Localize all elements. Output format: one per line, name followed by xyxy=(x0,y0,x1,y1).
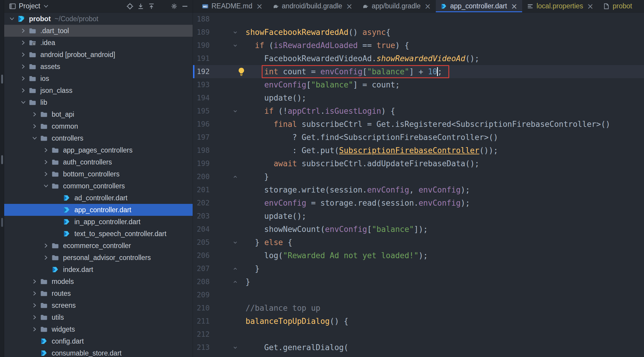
tree-row-bot-api[interactable]: bot_api xyxy=(4,108,193,120)
tree-row-consumable-store-dart[interactable]: consumable_store.dart xyxy=(4,347,193,357)
code-line-207[interactable]: 207 } xyxy=(193,262,644,275)
settings-button[interactable] xyxy=(169,1,180,11)
close-icon[interactable]: × xyxy=(346,2,353,10)
project-view-selector[interactable]: Project xyxy=(7,1,51,11)
tree-row-common[interactable]: common xyxy=(4,120,193,132)
tree-row-dart-tool[interactable]: .dart_tool xyxy=(4,25,193,37)
chevron-right-icon[interactable] xyxy=(41,253,51,262)
tab-local-properties[interactable]: local.properties× xyxy=(522,0,598,12)
collapse-all-button[interactable] xyxy=(146,1,157,11)
close-icon[interactable]: × xyxy=(424,2,431,10)
code-line-206[interactable]: 206 log("Rewarded Ad not yet loaded!"); xyxy=(193,249,644,262)
chevron-down-icon[interactable] xyxy=(30,134,39,142)
tree-row-config-dart[interactable]: config.dart xyxy=(4,335,193,347)
tree-row-personal-advisor-controllers[interactable]: personal_advisor_controllers xyxy=(4,252,193,264)
tree-row-routes[interactable]: routes xyxy=(4,287,193,299)
close-icon[interactable]: × xyxy=(256,2,263,10)
code-line-205[interactable]: 205 } else { xyxy=(193,236,644,249)
tool-window-stripe-mark[interactable] xyxy=(1,155,3,164)
tree-row-ad-controller-dart[interactable]: ad_controller.dart xyxy=(4,192,193,204)
chevron-right-icon[interactable] xyxy=(19,27,28,35)
chevron-right-icon[interactable] xyxy=(30,277,39,286)
code-line-197[interactable]: 197 ? Get.find<SubscriptionFirebaseContr… xyxy=(193,131,644,144)
expand-all-button[interactable] xyxy=(135,1,146,11)
editor[interactable]: 188189showFacebookRewardedAd() async{190… xyxy=(193,13,644,357)
chevron-right-icon[interactable] xyxy=(30,289,39,298)
code-line-194[interactable]: 194 update(); xyxy=(193,91,644,104)
fold-expanded-icon[interactable] xyxy=(231,26,240,39)
fold-expanded-icon[interactable] xyxy=(231,341,240,354)
close-icon[interactable]: × xyxy=(511,2,517,10)
code-line-201[interactable]: 201 storage.write(session.envConfig, env… xyxy=(193,183,644,196)
chevron-right-icon[interactable] xyxy=(41,241,51,250)
code-line-200[interactable]: 200 } xyxy=(193,170,644,183)
tree-row-text-to-speech-controller-dart[interactable]: text_to_speech_controller.dart xyxy=(4,228,193,240)
fold-expanded-icon[interactable] xyxy=(231,104,240,118)
chevron-right-icon[interactable] xyxy=(41,146,51,154)
intention-bulb-icon[interactable] xyxy=(237,67,246,76)
chevron-right-icon[interactable] xyxy=(30,110,39,119)
chevron-down-icon[interactable] xyxy=(7,15,17,23)
tree-row-utils[interactable]: utils xyxy=(4,311,193,323)
tree-row-idea[interactable]: .idea xyxy=(4,37,193,49)
code-line-211[interactable]: 211balanceTopUpDialog() { xyxy=(193,315,644,328)
tree-row-json-class[interactable]: json_class xyxy=(4,84,193,96)
chevron-right-icon[interactable] xyxy=(30,313,39,321)
tree-row-widgets[interactable]: widgets xyxy=(4,323,193,335)
code-line-199[interactable]: 199 await subscribeCtrl.addUpdateFirebas… xyxy=(193,157,644,170)
chevron-down-icon[interactable] xyxy=(19,98,28,107)
code-line-210[interactable]: 210//balance top up xyxy=(193,301,644,315)
fold-end-icon[interactable] xyxy=(231,275,240,288)
hide-panel-button[interactable] xyxy=(180,1,190,11)
tree-row-probot[interactable]: probot~/Code/probot xyxy=(4,13,193,25)
tree-row-ecommerce-controller[interactable]: ecommerce_controller xyxy=(4,240,193,252)
tree-row-ios[interactable]: ios xyxy=(4,73,193,84)
fold-expanded-icon[interactable] xyxy=(231,39,240,52)
tree-row-app-controller-dart[interactable]: app_controller.dart xyxy=(4,204,193,216)
code-line-191[interactable]: 191 FacebookRewardedVideoAd.showRewarded… xyxy=(193,52,644,65)
chevron-right-icon[interactable] xyxy=(41,158,51,166)
tab-probot[interactable]: probot xyxy=(598,0,637,12)
chevron-right-icon[interactable] xyxy=(19,39,28,47)
code-line-193[interactable]: 193 envConfig["balance"] = count; xyxy=(193,78,644,91)
code-line-208[interactable]: 208} xyxy=(193,275,644,288)
chevron-right-icon[interactable] xyxy=(30,122,39,130)
tree-row-app-pages-controllers[interactable]: app_pages_controllers xyxy=(4,144,193,156)
code-line-213[interactable]: 213 Get.generalDialog( xyxy=(193,341,644,354)
code-line-204[interactable]: 204 showNewCount(envConfig["balance"]); xyxy=(193,223,644,236)
tree-row-common-controllers[interactable]: common_controllers xyxy=(4,180,193,192)
chevron-right-icon[interactable] xyxy=(19,74,28,83)
fold-end-icon[interactable] xyxy=(231,262,240,275)
chevron-right-icon[interactable] xyxy=(30,325,39,333)
code-line-196[interactable]: 196 final subscribeCtrl = Get.isRegister… xyxy=(193,118,644,131)
tree-row-models[interactable]: models xyxy=(4,276,193,287)
chevron-right-icon[interactable] xyxy=(41,170,51,178)
tool-window-stripe-mark[interactable] xyxy=(1,75,3,84)
tree-row-auth-controllers[interactable]: auth_controllers xyxy=(4,156,193,168)
code-line-189[interactable]: 189showFacebookRewardedAd() async{ xyxy=(193,26,644,39)
code-line-198[interactable]: 198 : Get.put(SubscriptionFirebaseContro… xyxy=(193,144,644,157)
code-line-202[interactable]: 202 envConfig = storage.read(session.env… xyxy=(193,196,644,210)
tree-row-index-dart[interactable]: index.dart xyxy=(4,264,193,276)
tree-row-android-probot-android[interactable]: android [probot_android] xyxy=(4,49,193,61)
tab-app-build-gradle[interactable]: app/build.gradle× xyxy=(357,0,436,12)
tree-row-controllers[interactable]: controllers xyxy=(4,132,193,144)
tab-app-controller-dart[interactable]: app_controller.dart× xyxy=(436,0,522,12)
code-line-212[interactable]: 212 xyxy=(193,328,644,341)
tab-android-build-gradle[interactable]: android/build.gradle× xyxy=(268,0,358,12)
code-line-190[interactable]: 190 if (isRewardedAdLoaded == true) { xyxy=(193,39,644,52)
chevron-right-icon[interactable] xyxy=(30,301,39,310)
tab-readme-md[interactable]: MDREADME.md× xyxy=(197,0,268,12)
code-line-195[interactable]: 195 if (!appCtrl.isGuestLogin) { xyxy=(193,104,644,118)
code-line-192[interactable]: 192 int count = envConfig["balance"] + 1… xyxy=(193,65,644,78)
code-line-188[interactable]: 188 xyxy=(193,13,644,26)
fold-expanded-icon[interactable] xyxy=(231,236,240,249)
chevron-right-icon[interactable] xyxy=(19,50,28,59)
fold-end-icon[interactable] xyxy=(231,170,240,183)
tree-row-lib[interactable]: lib xyxy=(4,96,193,108)
tool-window-stripe-mark[interactable] xyxy=(1,218,3,227)
chevron-right-icon[interactable] xyxy=(19,86,28,95)
tree-row-screens[interactable]: screens xyxy=(4,299,193,311)
chevron-down-icon[interactable] xyxy=(41,182,51,190)
tree-row-in-app-controller-dart[interactable]: in_app_controller.dart xyxy=(4,216,193,228)
